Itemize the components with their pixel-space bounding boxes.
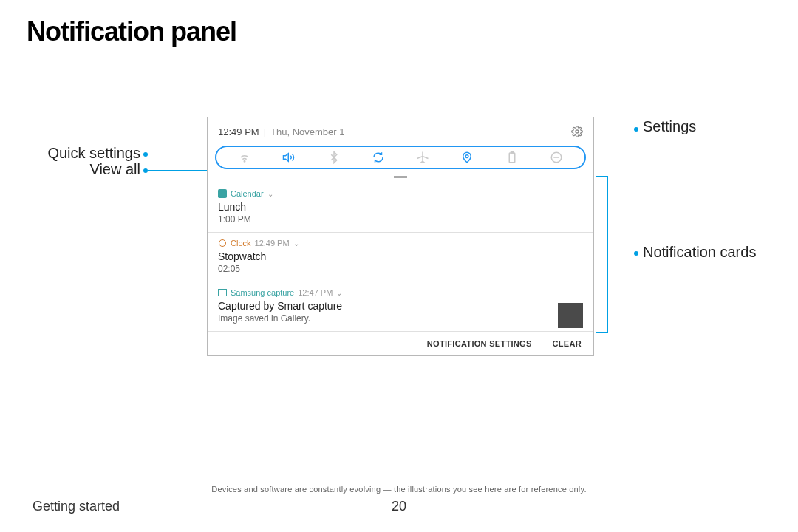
- card-title: Lunch: [218, 201, 583, 213]
- card-title: Captured by Smart capture: [218, 300, 583, 312]
- page-number: 20: [0, 499, 798, 514]
- card-title: Stopwatch: [218, 250, 583, 262]
- svg-point-0: [576, 130, 579, 133]
- card-subtitle: Image saved in Gallery.: [218, 313, 583, 324]
- card-app-row: Samsung capture 12:47 PM ⌄: [218, 288, 583, 297]
- card-app-name: Samsung capture: [231, 288, 294, 297]
- rotate-icon[interactable]: [372, 151, 385, 164]
- card-subtitle: 02:05: [218, 264, 583, 274]
- separator: |: [264, 126, 266, 137]
- panel-footer: NOTIFICATION SETTINGS CLEAR: [208, 331, 593, 355]
- card-app-row: Calendar ⌄: [218, 189, 583, 198]
- clock-icon: [218, 239, 227, 248]
- card-app-row: Clock 12:49 PM ⌄: [218, 239, 583, 248]
- callout-notification-cards: Notification cards: [643, 244, 756, 261]
- clear-button[interactable]: CLEAR: [553, 339, 582, 348]
- sound-icon[interactable]: [282, 151, 296, 164]
- disclaimer-text: Devices and software are constantly evol…: [0, 485, 798, 494]
- chevron-down-icon[interactable]: ⌄: [267, 190, 273, 198]
- callout-settings: Settings: [643, 118, 696, 135]
- card-app-time: 12:49 PM: [255, 239, 290, 248]
- card-app-time: 12:47 PM: [298, 288, 332, 297]
- dnd-icon[interactable]: [550, 151, 563, 164]
- callout-view-all: View all: [0, 161, 140, 178]
- wifi-icon[interactable]: [238, 151, 251, 164]
- status-time: 12:49 PM: [218, 126, 259, 137]
- notification-card[interactable]: Calendar ⌄ Lunch 1:00 PM: [208, 183, 593, 232]
- expand-handle[interactable]: [208, 171, 593, 183]
- bluetooth-icon[interactable]: [327, 151, 341, 164]
- image-icon: [218, 288, 227, 297]
- card-subtitle: 1:00 PM: [218, 214, 583, 225]
- callout-quick-settings: Quick settings: [0, 145, 140, 162]
- quick-settings-pill: [215, 146, 586, 169]
- chevron-down-icon[interactable]: ⌄: [336, 289, 342, 297]
- svg-rect-4: [511, 152, 513, 154]
- svg-rect-3: [509, 153, 515, 163]
- notification-card[interactable]: Clock 12:49 PM ⌄ Stopwatch 02:05: [208, 232, 593, 282]
- battery-icon[interactable]: [505, 151, 519, 164]
- card-app-name: Calendar: [231, 189, 264, 198]
- card-app-name: Clock: [231, 239, 251, 248]
- notification-panel: 12:49 PM | Thu, November 1 Calendar ⌄ Lu…: [207, 117, 594, 356]
- location-icon[interactable]: [460, 151, 474, 164]
- airplane-icon[interactable]: [416, 151, 429, 164]
- gear-icon[interactable]: [571, 126, 583, 137]
- svg-point-2: [466, 155, 469, 158]
- quick-settings-row: [208, 146, 593, 171]
- chevron-down-icon[interactable]: ⌄: [293, 239, 299, 248]
- page-title: Notification panel: [27, 16, 236, 47]
- notification-settings-button[interactable]: NOTIFICATION SETTINGS: [427, 339, 532, 348]
- status-date: Thu, November 1: [270, 126, 344, 137]
- screenshot-thumbnail[interactable]: [558, 303, 583, 328]
- panel-header: 12:49 PM | Thu, November 1: [208, 117, 593, 146]
- calendar-icon: [218, 189, 227, 198]
- svg-point-1: [244, 161, 245, 163]
- notification-card[interactable]: Samsung capture 12:47 PM ⌄ Captured by S…: [208, 282, 593, 331]
